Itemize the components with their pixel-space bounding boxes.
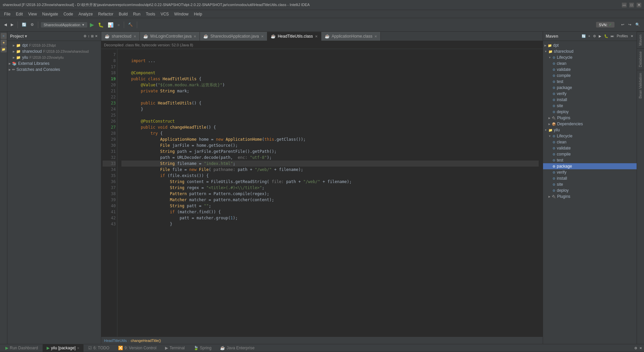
maven-yilu-package[interactable]: ⚙ package (543, 163, 637, 169)
tree-item-yilu[interactable]: ▶ 📁 yilu F:\2018-10-23\now\yilu (7, 54, 101, 60)
menu-edit[interactable]: Edit (13, 11, 25, 17)
tab-todo[interactable]: ☑ 6: TODO (84, 344, 113, 352)
maven-yilu-deploy[interactable]: ⚙ deploy (543, 187, 637, 193)
tab-wxlogin[interactable]: ☕ WxLoginController.java ✕ (140, 32, 200, 41)
maven-sharecloud-verify[interactable]: ⚙ verify (543, 91, 637, 97)
headtitle-tab-close[interactable]: ✕ (315, 35, 318, 38)
maven-yilu-clean[interactable]: ⚙ clean (543, 139, 637, 145)
maven-add-button[interactable]: + (588, 34, 591, 39)
maven-sharecloud-deploy[interactable]: ⚙ deploy (543, 109, 637, 115)
maven-vertical-tab[interactable]: Maven (637, 32, 644, 48)
tab-version-control[interactable]: 🔀 9: Version Control (114, 344, 160, 352)
menu-file[interactable]: File (1, 11, 13, 17)
maven-yilu-verify[interactable]: ⚙ verify (543, 169, 637, 175)
menu-build[interactable]: Build (116, 11, 130, 17)
tab-apphome[interactable]: ☕ ApplicationHome.class ✕ (321, 32, 381, 41)
maven-sharecloud[interactable]: ▼ 📁 sharecloud (543, 48, 637, 54)
maven-yilu-validate[interactable]: ⚙ validate (543, 145, 637, 151)
maven-yilu-site[interactable]: ⚙ site (543, 181, 637, 187)
maven-sharecloud-package[interactable]: ⚙ package (543, 85, 637, 91)
maven-yilu[interactable]: ▼ 📁 yilu (543, 127, 637, 133)
apphome-tab-close[interactable]: ✕ (374, 35, 377, 38)
maven-sharecloud-plugins[interactable]: ▶ 🔌 Plugins (543, 115, 637, 121)
sync-button[interactable]: 🔄 (20, 22, 28, 28)
maven-sharecloud-clean[interactable]: ⚙ clean (543, 60, 637, 67)
debug-button[interactable]: 🐛 (97, 21, 105, 28)
tab-headtitle[interactable]: ☕ HeadTitleUtils.class ✕ (267, 32, 321, 41)
maven-sharecloud-install[interactable]: ⚙ install (543, 97, 637, 103)
project-sort-button[interactable]: ↕ (87, 34, 90, 39)
back-button[interactable]: ◀ (3, 22, 8, 28)
tab-sharecloud[interactable]: ☕ sharecloud ✕ (101, 32, 140, 41)
tab-run-dashboard[interactable]: ▶ Run Dashboard (1, 344, 42, 352)
bottom-panel-settings[interactable]: ⚙ (634, 346, 638, 351)
database-vertical-tab[interactable]: Database (637, 48, 644, 70)
menu-code[interactable]: Code (61, 11, 76, 17)
maven-yilu-test[interactable]: ⚙ test (543, 157, 637, 163)
undo-button[interactable]: ↩ (620, 22, 626, 28)
maven-sharecloud-lifecycle[interactable]: ▼ ⚙ Lifecycle (543, 54, 637, 60)
run-button[interactable]: ▶ (89, 21, 95, 29)
wxlogin-tab-close[interactable]: ✕ (194, 35, 196, 38)
maven-dpt[interactable]: ▶ 📁 dpt (543, 42, 637, 48)
maven-close-button[interactable]: ✕ (630, 34, 634, 39)
shareapp-tab-close[interactable]: ✕ (261, 35, 264, 38)
tree-item-scratches[interactable]: ▶ ✏ Scratches and Consoles (7, 67, 101, 73)
maven-run-button[interactable]: ▶ (598, 34, 602, 39)
maven-sharecloud-dependencies[interactable]: ▶ 📦 Dependencies (543, 121, 637, 127)
redo-button[interactable]: ↪ (627, 22, 633, 28)
minimize-button[interactable]: — (622, 3, 627, 7)
maven-yilu-compile[interactable]: ⚙ compile (543, 151, 637, 157)
stop-button[interactable]: ■ (116, 22, 121, 28)
menu-view[interactable]: View (25, 11, 40, 17)
menu-tools[interactable]: Tools (143, 11, 158, 17)
favorites-icon[interactable]: ★ (1, 40, 7, 46)
maven-skip-tests-button[interactable]: ⏭ (610, 34, 615, 39)
maven-profiles-button[interactable]: Profiles (616, 34, 629, 39)
project-close-button[interactable]: ✕ (94, 34, 98, 39)
menu-window[interactable]: Window (171, 11, 191, 17)
project-expand-button[interactable]: ⊞ (90, 34, 94, 39)
menu-navigate[interactable]: Navigate (40, 11, 61, 17)
search-everywhere-button[interactable]: 🔍 (634, 22, 641, 28)
tree-item-dpt[interactable]: ▶ 📁 dpt F:\2018-10-23\dpt (7, 42, 101, 48)
maximize-button[interactable]: □ (629, 3, 634, 7)
code-editor[interactable]: 7 8 17 18 19 20 21 22 23 24 25 26 27 28 … (101, 49, 543, 337)
tab-shareapp[interactable]: ☕ SharecloudApplication.java ✕ (200, 32, 267, 41)
menu-run[interactable]: Run (130, 11, 143, 17)
menu-help[interactable]: Help (191, 11, 205, 17)
tree-item-sharecloud[interactable]: ▶ 📁 sharecloud F:\2018-10-23\now\sharecl… (7, 48, 101, 54)
maven-sharecloud-site[interactable]: ⚙ site (543, 103, 637, 109)
menu-analyze[interactable]: Analyze (76, 11, 96, 17)
run-config-selector[interactable]: SharecloudApplication ▼ (41, 22, 87, 28)
maven-sharecloud-test[interactable]: ⚙ test (543, 79, 637, 85)
maven-yilu-install[interactable]: ⚙ install (543, 175, 637, 181)
bottom-panel-close[interactable]: ✕ (639, 346, 643, 351)
maven-yilu-lifecycle[interactable]: ▼ ⚙ Lifecycle (543, 133, 637, 139)
breadcrumb-method[interactable]: changeHeadTitle() (131, 339, 161, 343)
project-settings-button[interactable]: ⚙ (83, 34, 87, 39)
coverage-button[interactable]: 📊 (106, 21, 115, 28)
maven-yilu-plugins[interactable]: ▶ 🔌 Plugins (543, 193, 637, 200)
maven-sharecloud-validate[interactable]: ⚙ validate (543, 67, 637, 73)
settings-button[interactable]: ⚙ (29, 22, 35, 28)
structure-icon[interactable]: ≡ (1, 33, 7, 39)
code-content[interactable]: import ... @Component public class HeadT… (117, 49, 543, 337)
close-button[interactable]: ✕ (637, 3, 641, 7)
maven-refresh-button[interactable]: 🔄 (581, 34, 586, 39)
tab-spring[interactable]: 🍃 Spring (190, 344, 216, 352)
run-tab-close[interactable]: ✕ (77, 346, 79, 350)
menu-vcs[interactable]: VCS (158, 11, 172, 17)
bean-validation-vertical-tab[interactable]: Bean Validation (637, 70, 644, 101)
tree-item-external-libraries[interactable]: ▶ 📚 External Libraries (7, 60, 101, 67)
build-project-button[interactable]: 🔨 (127, 22, 134, 28)
sharecloud-tab-close[interactable]: ✕ (133, 35, 136, 38)
tab-terminal[interactable]: ▶ Terminal (161, 344, 189, 352)
maven-debug-button[interactable]: 🐛 (603, 34, 609, 39)
menu-refactor[interactable]: Refactor (96, 11, 116, 17)
tab-run[interactable]: ▶ yilu [package] ✕ (43, 344, 84, 352)
maven-settings-button[interactable]: ⚙ (592, 34, 597, 39)
forward-button[interactable]: ▶ (9, 22, 15, 28)
project-icon[interactable]: 📁 (1, 46, 7, 52)
tab-java-enterprise[interactable]: ☕ Java Enterprise (216, 344, 258, 352)
